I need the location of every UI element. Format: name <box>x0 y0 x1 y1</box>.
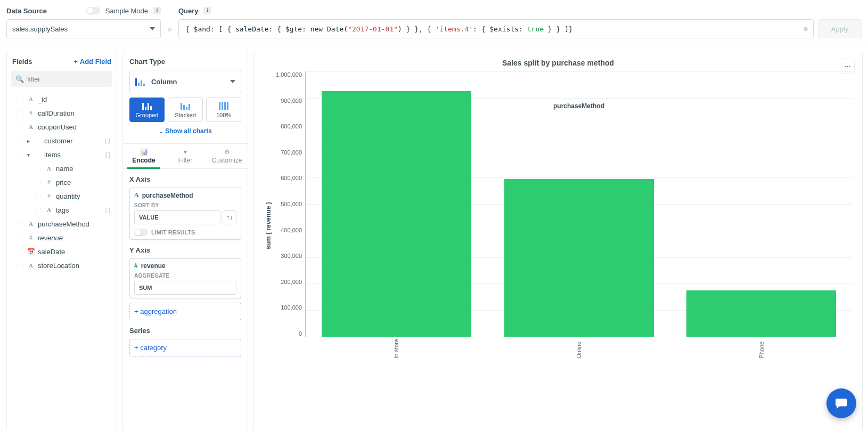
bar-online[interactable] <box>504 179 654 337</box>
bar-phone[interactable] <box>686 290 836 337</box>
field-items[interactable]: ⋮⋮▾items[ ] <box>11 148 112 161</box>
field-revenue[interactable]: ⋮⋮#revenue <box>11 231 112 245</box>
chart-type-label: Chart Type <box>129 58 241 66</box>
grip-icon: ⋮⋮ <box>14 96 25 102</box>
number-type-icon: # <box>45 179 53 185</box>
field-name: quantity <box>56 192 80 200</box>
pct-icon <box>219 102 228 110</box>
grip-icon: ⋮⋮ <box>32 180 43 185</box>
grip-icon: ⋮⋮ <box>14 235 25 241</box>
text-type-icon: A <box>27 96 35 102</box>
info-icon[interactable]: i <box>203 7 211 14</box>
add-field-button[interactable]: +Add Field <box>73 58 111 66</box>
stack-100pct-button[interactable]: 100% <box>206 98 241 122</box>
query-input[interactable]: { $and: [ { saleDate: { $gte: new Date("… <box>178 19 814 38</box>
grip-icon: ⋮⋮ <box>14 110 25 116</box>
stack-grouped-button[interactable]: Grouped <box>129 98 165 122</box>
y-axis-block: Y Axis #revenue AGGREGATE SUM + aggregat… <box>123 244 248 324</box>
fields-title: Fields <box>12 58 32 66</box>
add-aggregation-button[interactable]: + aggregation <box>129 303 241 320</box>
bars <box>305 71 853 337</box>
data-source-section: Data Source Sample Mode i sales.supplySa… <box>6 5 161 38</box>
date-type-icon: 📅 <box>27 248 35 255</box>
x-axis-block: X Axis ApurchaseMethod SORT BY VALUE ↑↓ … <box>123 169 248 244</box>
help-chat-button[interactable] <box>826 388 856 418</box>
config-panel: Chart Type Column Grouped Stacked <box>122 52 248 430</box>
bar-in-store[interactable] <box>322 91 471 337</box>
add-category-button[interactable]: + category <box>129 339 241 356</box>
grip-icon: ⋮⋮ <box>14 124 25 130</box>
field-quantity[interactable]: ⋮⋮#quantity <box>11 189 112 203</box>
x-axis-chip[interactable]: ApurchaseMethod SORT BY VALUE ↑↓ LIMIT R… <box>129 188 241 240</box>
y-tick: 500,000 <box>281 201 302 207</box>
tab-customize[interactable]: ⚙ Customize <box>206 144 248 168</box>
field-name: couponUsed <box>38 123 77 131</box>
text-type-icon: A <box>134 191 139 199</box>
tab-encode[interactable]: 📊 Encode <box>123 144 165 168</box>
field-saleDate[interactable]: ⋮⋮📅saleDate <box>11 245 112 258</box>
sample-mode-toggle[interactable] <box>86 7 100 14</box>
y-tick: 700,000 <box>281 149 302 156</box>
stacked-icon <box>181 102 190 110</box>
fields-filter-input[interactable]: 🔍 <box>11 71 112 87</box>
field-_id[interactable]: ⋮⋮A_id <box>11 92 112 106</box>
sort-by-label: SORT BY <box>134 202 236 208</box>
field-name: price <box>56 179 71 186</box>
grip-icon: ⋮⋮ <box>14 263 25 269</box>
y-tick: 0 <box>299 330 302 337</box>
y-tick: 200,000 <box>281 279 302 285</box>
apply-button[interactable]: Apply <box>818 19 862 38</box>
chart-type-select[interactable]: Column <box>129 70 241 93</box>
fields-filter-text[interactable] <box>27 75 117 83</box>
field-couponUsed[interactable]: ⋮⋮AcouponUsed <box>11 120 112 134</box>
sort-by-select[interactable]: VALUE <box>134 210 220 224</box>
chevron-down-icon <box>230 80 235 83</box>
field-name: saleDate <box>38 248 65 256</box>
aggregate-select[interactable]: SUM <box>134 281 236 295</box>
aggregate-label: AGGREGATE <box>134 273 236 279</box>
plus-icon: + <box>73 58 78 66</box>
type-badge: { } <box>105 137 112 144</box>
sort-direction-button[interactable]: ↑↓ <box>223 210 236 224</box>
text-type-icon: A <box>27 262 35 269</box>
x-tick: Online <box>488 337 670 359</box>
field-storeLocation[interactable]: ⋮⋮AstoreLocation <box>11 258 112 272</box>
data-source-value: sales.supplySales <box>12 25 68 33</box>
grip-icon: ⋮⋮ <box>32 207 43 213</box>
sample-mode-label: Sample Mode <box>105 7 148 15</box>
y-axis-label: sum ( revenue ) <box>264 71 273 380</box>
show-all-charts-link[interactable]: ⌄Show all charts <box>129 122 241 137</box>
field-name: _id <box>38 95 47 103</box>
field-name[interactable]: ⋮⋮Aname <box>11 161 112 175</box>
y-tick: 1,000,000 <box>276 71 302 78</box>
info-icon[interactable]: i <box>153 7 161 14</box>
chevron-down-icon <box>150 27 155 30</box>
stack-stacked-button[interactable]: Stacked <box>168 98 203 122</box>
x-tick: In store <box>305 337 488 359</box>
text-type-icon: A <box>27 221 35 227</box>
limit-results-toggle[interactable] <box>134 229 148 236</box>
grouped-icon <box>142 102 152 110</box>
chevron-down-icon: ⌄ <box>159 128 163 134</box>
tab-filter[interactable]: ▾ Filter <box>165 144 206 168</box>
field-name: callDuration <box>38 109 75 117</box>
series-title: Series <box>129 327 241 335</box>
field-tags[interactable]: ⋮⋮Atags[ ] <box>11 203 112 217</box>
field-customer[interactable]: ⋮⋮▸customer{ } <box>11 134 112 148</box>
clear-query-icon[interactable]: ⊗ <box>804 25 808 33</box>
number-type-icon: # <box>45 193 53 199</box>
grip-icon: ⋮⋮ <box>14 138 25 144</box>
field-name: purchaseMethod <box>38 220 89 228</box>
field-callDuration[interactable]: ⋮⋮#callDuration <box>11 106 112 120</box>
customize-icon: ⚙ <box>224 148 230 156</box>
field-price[interactable]: ⋮⋮#price <box>11 175 112 189</box>
bar-slot <box>670 71 853 337</box>
y-axis-chip[interactable]: #revenue AGGREGATE SUM <box>129 258 241 298</box>
top-bar: Data Source Sample Mode i sales.supplySa… <box>0 0 868 46</box>
data-source-select[interactable]: sales.supplySales <box>6 19 161 38</box>
field-purchaseMethod[interactable]: ⋮⋮ApurchaseMethod <box>11 217 112 231</box>
chevron-down-icon: ▾ <box>27 152 32 158</box>
chat-icon <box>834 396 848 410</box>
data-source-label: Data Source <box>6 7 47 15</box>
query-section: Query i { $and: [ { saleDate: { $gte: ne… <box>178 5 862 38</box>
